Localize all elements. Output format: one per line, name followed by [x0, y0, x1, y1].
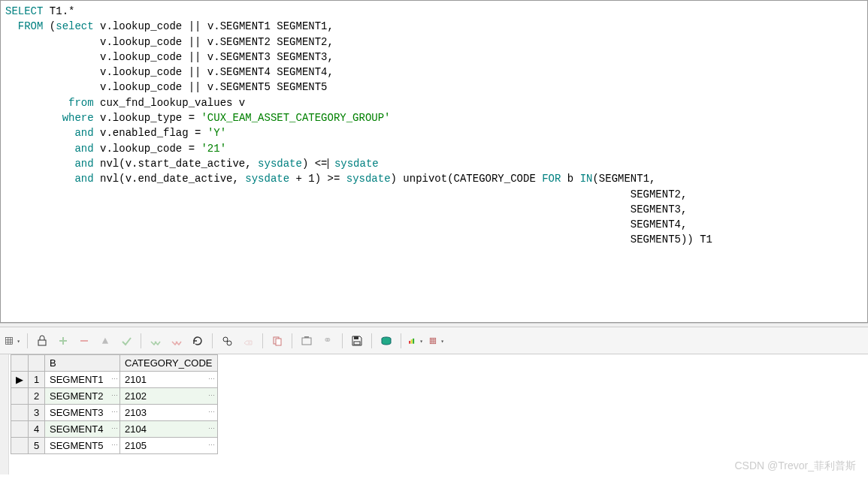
cell-b[interactable]: SEGMENT5⋯	[45, 438, 120, 454]
cell-category-code[interactable]: 2101⋯	[120, 372, 218, 388]
print-button[interactable]	[378, 333, 395, 349]
watermark: CSDN @Trevor_菲利普斯	[735, 459, 857, 473]
post-button[interactable]	[147, 333, 164, 349]
separator	[27, 333, 28, 348]
sql-editor[interactable]: SELECT T1.* FROM (select v.lookup_code |…	[0, 0, 868, 323]
find-button[interactable]	[219, 333, 235, 349]
results-grid[interactable]: B CATEGORY_CODE ▶1SEGMENT1⋯2101⋯2SEGMENT…	[11, 354, 218, 454]
row-number: 1	[29, 372, 45, 388]
column-header-pointer[interactable]	[11, 355, 29, 372]
chart-button[interactable]	[407, 333, 424, 349]
cell-b[interactable]: SEGMENT4⋯	[45, 421, 120, 438]
cell-editor-icon[interactable]: ⋯	[207, 389, 216, 402]
export-button[interactable]	[428, 333, 445, 349]
cell-b[interactable]: SEGMENT1⋯	[45, 372, 120, 388]
svg-rect-19	[354, 342, 360, 345]
table-row[interactable]: 5SEGMENT5⋯2105⋯	[11, 438, 218, 454]
svg-rect-5	[38, 340, 46, 345]
row-pointer	[11, 438, 29, 454]
lock-button[interactable]	[34, 333, 50, 349]
results-grid-wrap: B CATEGORY_CODE ▶1SEGMENT1⋯2101⋯2SEGMENT…	[11, 354, 868, 454]
cell-editor-icon[interactable]: ⋯	[110, 405, 119, 419]
copy-button[interactable]	[269, 333, 286, 349]
column-header-category-code[interactable]: CATEGORY_CODE	[120, 355, 218, 372]
svg-rect-17	[304, 336, 309, 338]
svg-rect-0	[6, 337, 13, 344]
row-pointer	[11, 388, 29, 405]
separator	[141, 333, 141, 348]
cell-category-code[interactable]: 2104⋯	[120, 421, 218, 438]
cell-editor-icon[interactable]: ⋯	[110, 422, 119, 435]
cell-editor-icon[interactable]: ⋯	[110, 389, 119, 402]
cell-editor-icon[interactable]: ⋯	[207, 422, 216, 435]
row-number: 4	[29, 421, 45, 438]
cell-b[interactable]: SEGMENT2⋯	[45, 388, 120, 405]
cell-editor-icon[interactable]: ⋯	[207, 372, 216, 386]
svg-rect-18	[354, 336, 358, 339]
separator	[371, 333, 372, 348]
column-header-b[interactable]: B	[45, 355, 120, 372]
link-button[interactable]: ⚭	[319, 333, 336, 349]
results-toolbar: ▲ ⚭	[0, 327, 868, 354]
duplicate-row-button[interactable]: ▲	[97, 333, 113, 349]
cell-editor-icon[interactable]: ⋯	[110, 372, 119, 386]
svg-rect-24	[430, 338, 436, 344]
svg-rect-23	[413, 338, 414, 343]
delete-row-button[interactable]	[76, 333, 92, 349]
cell-category-code[interactable]: 2102⋯	[120, 388, 218, 405]
svg-rect-22	[411, 339, 413, 344]
svg-rect-15	[276, 339, 281, 345]
cell-editor-icon[interactable]: ⋯	[207, 405, 216, 419]
cell-editor-icon[interactable]: ⋯	[110, 438, 119, 452]
cell-category-code[interactable]: 2103⋯	[120, 405, 218, 421]
row-pointer: ▶	[11, 372, 29, 388]
separator	[212, 333, 213, 348]
separator	[401, 333, 401, 348]
add-row-button[interactable]	[55, 333, 71, 349]
table-row[interactable]: ▶1SEGMENT1⋯2101⋯	[11, 372, 218, 388]
table-row[interactable]: 2SEGMENT2⋯2102⋯	[11, 388, 218, 405]
save-button[interactable]	[349, 333, 365, 349]
row-number: 5	[29, 438, 45, 454]
table-row[interactable]: 4SEGMENT4⋯2104⋯	[11, 421, 218, 438]
table-row[interactable]: 3SEGMENT3⋯2103⋯	[11, 405, 218, 421]
column-header-rownum[interactable]	[29, 355, 45, 372]
row-pointer	[11, 421, 29, 438]
separator	[342, 333, 343, 348]
left-gutter	[0, 354, 9, 474]
export-wizard-button[interactable]	[298, 333, 315, 349]
row-number: 3	[29, 405, 45, 421]
clear-button[interactable]	[240, 333, 256, 349]
row-pointer	[11, 405, 29, 421]
separator	[262, 333, 263, 348]
grid-options-button[interactable]	[5, 333, 21, 349]
svg-rect-21	[409, 341, 410, 344]
separator	[292, 333, 292, 348]
refresh-button[interactable]	[189, 333, 206, 349]
cell-editor-icon[interactable]: ⋯	[207, 438, 216, 452]
svg-rect-16	[302, 338, 311, 345]
rollback-button[interactable]	[168, 333, 185, 349]
cell-b[interactable]: SEGMENT3⋯	[45, 405, 120, 421]
commit-button[interactable]	[118, 333, 135, 349]
row-number: 2	[29, 388, 45, 405]
cell-category-code[interactable]: 2105⋯	[120, 438, 218, 454]
svg-line-11	[227, 341, 228, 342]
